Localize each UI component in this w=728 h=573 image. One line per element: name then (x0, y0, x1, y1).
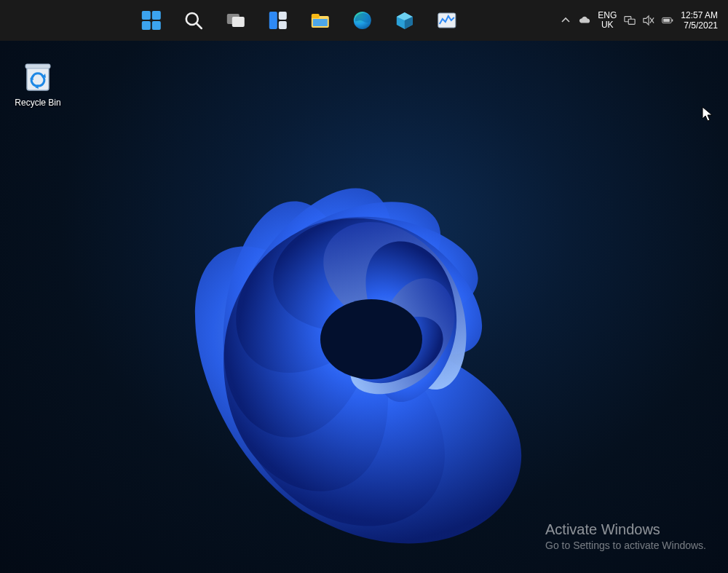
chevron-up-icon (561, 15, 571, 25)
tray-overflow-button[interactable] (560, 15, 571, 26)
task-view-icon (226, 10, 246, 31)
battery-tray[interactable] (662, 15, 673, 26)
language-indicator[interactable]: ENG UK (598, 11, 617, 30)
search-button[interactable] (179, 6, 208, 35)
svg-rect-10 (279, 21, 287, 29)
xbox-button[interactable] (390, 6, 419, 35)
svg-rect-25 (672, 20, 673, 22)
search-icon (183, 10, 204, 31)
widgets-button[interactable] (264, 6, 293, 35)
system-tray: ENG UK (560, 0, 721, 41)
watermark-line1: Activate Windows (545, 521, 706, 538)
volume-tray[interactable] (643, 15, 654, 26)
start-button[interactable] (137, 6, 166, 35)
svg-rect-1 (152, 11, 161, 20)
svg-rect-8 (269, 12, 277, 29)
volume-muted-icon (643, 15, 654, 26)
svg-rect-9 (279, 12, 287, 20)
svg-rect-13 (313, 19, 328, 26)
desktop-icon-recycle-bin[interactable]: Recycle Bin (7, 57, 68, 108)
task-manager-icon (437, 10, 457, 31)
network-tray[interactable] (624, 15, 636, 26)
svg-rect-26 (663, 19, 670, 22)
taskbar: ENG UK (0, 0, 728, 41)
onedrive-tray[interactable] (579, 15, 590, 26)
language-line2: UK (601, 20, 614, 30)
mouse-cursor (702, 106, 713, 122)
xbox-icon (395, 10, 415, 31)
file-explorer-button[interactable] (306, 6, 335, 35)
task-manager-button[interactable] (432, 6, 462, 35)
cloud-icon (579, 16, 590, 25)
task-view-button[interactable] (221, 6, 250, 35)
taskbar-pinned-area (137, 6, 462, 35)
start-icon (141, 10, 162, 31)
watermark-line2: Go to Settings to activate Windows. (545, 540, 706, 551)
edge-button[interactable] (348, 6, 377, 35)
recycle-bin-icon (20, 57, 56, 93)
desktop[interactable]: Recycle Bin Activate Windows Go to Setti… (0, 41, 728, 573)
widgets-icon (268, 10, 288, 31)
file-explorer-icon (310, 10, 331, 31)
desktop-icon-label: Recycle Bin (7, 98, 68, 108)
clock-time: 12:57 AM (681, 10, 718, 20)
activation-watermark: Activate Windows Go to Settings to activ… (545, 521, 706, 551)
clock[interactable]: 12:57 AM 7/5/2021 (681, 10, 721, 31)
svg-marker-21 (644, 16, 649, 25)
svg-rect-7 (232, 17, 245, 27)
svg-rect-20 (629, 19, 636, 24)
battery-icon (662, 16, 673, 25)
clock-date: 7/5/2021 (684, 20, 718, 31)
svg-rect-3 (152, 21, 161, 30)
network-icon (624, 15, 636, 26)
svg-point-27 (320, 299, 422, 379)
svg-marker-33 (703, 107, 712, 121)
svg-rect-2 (142, 21, 151, 30)
svg-rect-0 (142, 11, 151, 20)
edge-icon (352, 10, 373, 31)
wallpaper-bloom (0, 41, 728, 573)
svg-rect-29 (25, 64, 50, 68)
svg-line-5 (197, 23, 202, 28)
svg-rect-12 (312, 14, 320, 18)
